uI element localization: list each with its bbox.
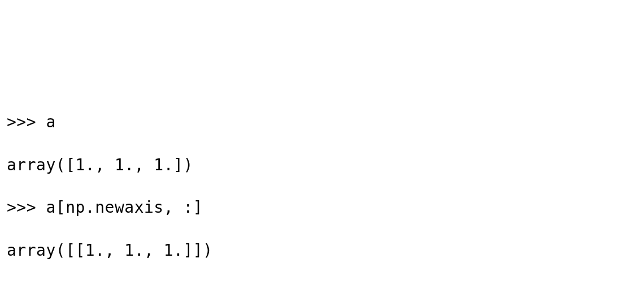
input-text: a[np.newaxis, :]: [46, 198, 203, 217]
terminal-output[interactable]: >>> a array([1., 1., 1.]) >>> a[np.newax…: [7, 90, 637, 284]
input-text: a: [46, 113, 55, 131]
terminal-line: >>> a[np.newaxis, :]: [7, 197, 637, 218]
output-text: array([1., 1., 1.]): [7, 156, 193, 174]
terminal-line: >>> a: [7, 111, 637, 133]
prompt: >>>: [7, 198, 46, 217]
prompt: >>>: [7, 113, 46, 131]
terminal-line: array([1., 1., 1.]): [7, 154, 637, 176]
terminal-line: array([[1., 1., 1.]]): [7, 240, 637, 261]
output-text: array([[1., 1., 1.]]): [7, 241, 213, 260]
